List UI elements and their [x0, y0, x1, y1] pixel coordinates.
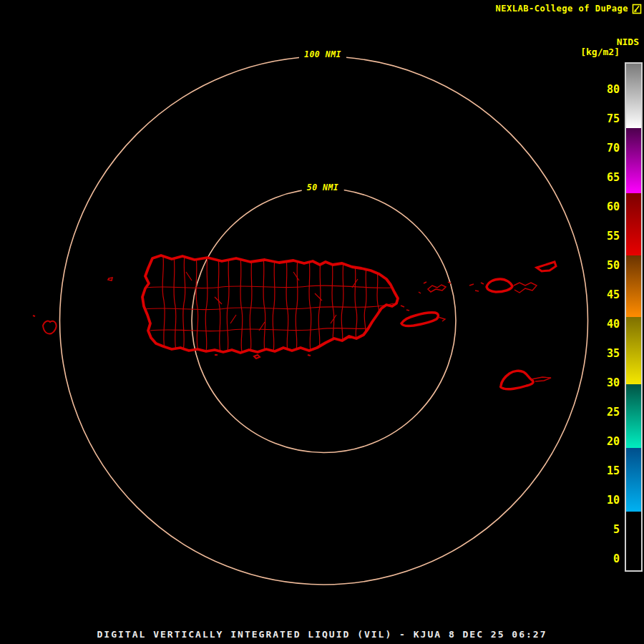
puerto-rico-outline [142, 255, 398, 353]
vieques-island [401, 313, 445, 326]
desecheo-island [108, 278, 112, 280]
credit-text: NEXLAB-College of DuPage [496, 4, 628, 14]
colorbar-title: NIDS [617, 36, 639, 47]
colorbar-gradient [626, 64, 641, 570]
radar-screen: 100 NMI 50 NMI NEXLAB-College of DuPage … [0, 0, 644, 644]
south-coast-islets [215, 355, 311, 358]
tortola-island [537, 262, 556, 271]
mona-islet-dot [33, 316, 35, 316]
colorbar-segment-blue [626, 448, 641, 512]
range-rings [60, 57, 588, 585]
culebra-island [401, 282, 451, 311]
dupage-logo-icon [632, 3, 642, 14]
colorbar [625, 62, 643, 572]
colorbar-segment-magenta [626, 128, 641, 193]
colorbar-segment-gray [626, 64, 641, 128]
colorbar-segment-red [626, 193, 641, 255]
st-croix-island [501, 371, 551, 389]
radar-map [0, 0, 644, 644]
colorbar-segment-black [626, 512, 641, 570]
st-thomas-island [469, 279, 537, 293]
range-ring-label-50nmi: 50 NMI [302, 182, 344, 192]
colorbar-units: [kg/m2] [580, 47, 620, 57]
st-john-island [514, 283, 537, 293]
puerto-rico-island [142, 255, 398, 358]
colorbar-segment-orange [626, 255, 641, 317]
range-ring-50nmi [192, 189, 456, 453]
range-ring-label-100nmi: 100 NMI [299, 49, 346, 59]
colorbar-segment-yellow [626, 317, 641, 384]
mona-island [43, 321, 57, 334]
credit-line: NEXLAB-College of DuPage [496, 3, 642, 14]
colorbar-segment-teal [626, 384, 641, 448]
range-ring-100nmi [60, 57, 588, 585]
product-title: DIGITAL VERTICALLY INTEGRATED LIQUID (VI… [0, 629, 644, 640]
